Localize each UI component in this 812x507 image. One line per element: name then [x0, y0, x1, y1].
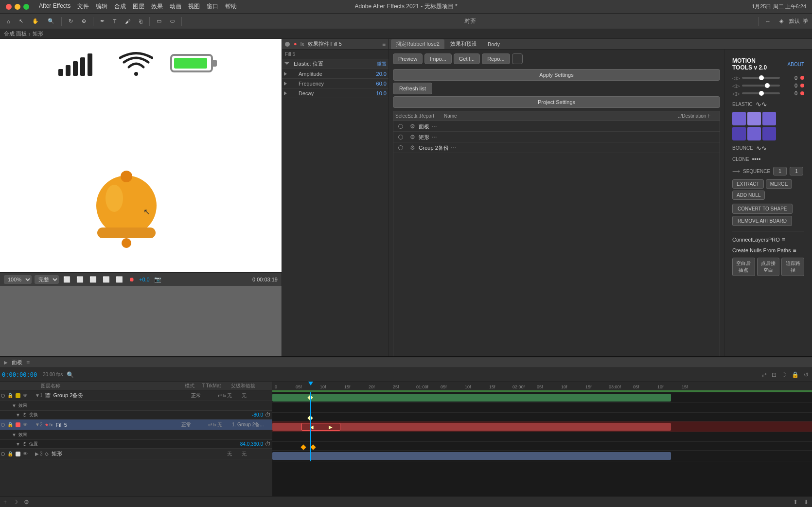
layer-1-fx[interactable]: fx — [222, 393, 227, 398]
transfer-icon[interactable]: ⇄ — [760, 371, 768, 379]
menu-help[interactable]: 帮助 — [225, 2, 237, 11]
settings-footer-icon[interactable]: ⚙ — [22, 498, 31, 506]
layer-2-solo[interactable] — [1, 423, 5, 427]
record-icon[interactable]: ⏺ — [127, 276, 136, 283]
maximize-button[interactable] — [23, 4, 29, 10]
position-clock-icon[interactable]: ⏱ — [265, 441, 271, 448]
timeline-timecode[interactable]: 0:00:00:00 — [2, 371, 41, 378]
layer-1-name[interactable]: Group 2备份 — [52, 392, 191, 399]
repo-button[interactable]: Repo... — [482, 53, 510, 64]
solo-footer-icon[interactable]: ☽ — [11, 498, 19, 506]
layer-1-solo[interactable] — [1, 394, 5, 398]
refresh-list-button[interactable]: Refresh list — [393, 83, 432, 94]
menu-effects[interactable]: 效果 — [151, 2, 163, 11]
quality-selector[interactable]: 完整 — [35, 275, 59, 284]
layer-1-visible[interactable]: 👁 — [21, 392, 29, 399]
tab-body[interactable]: Body — [483, 39, 505, 49]
menu-compose[interactable]: 合成 — [114, 2, 126, 11]
zoom-tool[interactable]: 🔍 — [45, 17, 57, 25]
slider-thumb-1[interactable] — [759, 75, 764, 80]
grid-cell-3[interactable] — [762, 112, 776, 125]
btn-dot-after-blank[interactable]: 点后接空白 — [757, 258, 780, 276]
section-expand-icon[interactable] — [284, 62, 290, 67]
radio-3[interactable] — [394, 145, 406, 150]
frequency-value[interactable]: 60.0 — [367, 81, 387, 87]
layer-3-name[interactable]: 矩形 — [50, 450, 200, 457]
default-label[interactable]: 默认 — [789, 17, 800, 25]
preview-icon1[interactable]: ⬜ — [62, 276, 72, 283]
stretch-icon[interactable]: ↔ — [762, 17, 774, 25]
layer-3-visible[interactable]: 👁 — [21, 451, 29, 457]
kf-right-arrow[interactable]: ▶ — [329, 424, 333, 430]
add-null-btn[interactable]: ADD NULL — [732, 191, 765, 200]
layer-3-color[interactable] — [16, 452, 20, 456]
layer-2-mode[interactable]: 正常 — [181, 421, 208, 428]
anchor-tool[interactable]: ⊕ — [79, 17, 89, 25]
position-value[interactable]: 84.0,360.0 — [240, 441, 263, 447]
apply-settings-button[interactable]: Apply Settings — [393, 69, 720, 81]
menu-animate[interactable]: 动画 — [170, 2, 181, 11]
slider-2[interactable] — [742, 85, 780, 87]
layer-3-lock[interactable]: 🔒 — [6, 451, 15, 457]
layer-3-expand[interactable]: ▶ — [35, 451, 40, 456]
selection-tool[interactable]: ↖ — [16, 17, 26, 25]
comp-name-1[interactable]: 面板··· — [419, 122, 719, 130]
elastic-section[interactable]: Elastic: 位置 重置 — [282, 59, 388, 69]
slider-red-dot-3[interactable] — [800, 91, 804, 95]
grid-cell-5[interactable] — [747, 127, 761, 140]
zoom-selector[interactable]: 100% — [4, 275, 32, 284]
menu-file[interactable]: 文件 — [77, 2, 89, 11]
layer-2-name[interactable]: Fill 5 — [54, 422, 181, 428]
comp-name-3[interactable]: Group 2备份··· — [419, 143, 719, 152]
layer-2-arrows[interactable]: ⇄ — [208, 422, 212, 427]
amplitude-expand[interactable] — [284, 72, 287, 76]
layer-2-color[interactable] — [16, 422, 20, 427]
timeline-panel-toggle[interactable]: ▶ — [4, 360, 8, 365]
layer-3-solo[interactable] — [1, 452, 5, 456]
expand-icon[interactable]: ⬆ — [792, 498, 799, 506]
gear-1[interactable]: ⚙ — [406, 123, 419, 130]
layer-1-color[interactable] — [16, 393, 20, 398]
preview-icon3[interactable]: ⬜ — [88, 276, 98, 283]
add-layer-icon[interactable]: + — [2, 498, 8, 506]
brush-tool[interactable]: 🖌 — [122, 17, 133, 25]
layer-2-expand[interactable]: ▼ — [35, 422, 40, 427]
shape-ellipse-tool[interactable]: ⬭ — [167, 17, 177, 25]
panel-close-btn[interactable] — [285, 42, 290, 47]
snap-icon[interactable]: ⊡ — [770, 371, 778, 379]
menu-view[interactable]: 视图 — [188, 2, 200, 11]
gear-3[interactable]: ⚙ — [406, 144, 419, 151]
grid-cell-1[interactable] — [732, 112, 746, 125]
preview-icon2[interactable]: ⬜ — [75, 276, 85, 283]
home-icon[interactable]: ⌂ — [4, 17, 13, 25]
transform-value-1[interactable]: -80.0 — [252, 412, 263, 418]
radio-1[interactable] — [394, 124, 406, 129]
offset-value-box[interactable]: 1 — [773, 167, 787, 175]
preview-icon5[interactable]: ⬜ — [114, 276, 124, 283]
decay-value[interactable]: 10.0 — [367, 90, 387, 96]
feather-icon[interactable]: ◈ — [777, 17, 786, 25]
camera-icon[interactable]: 📷 — [153, 276, 163, 283]
preview-icon4[interactable]: ⬜ — [101, 276, 111, 283]
position-expand[interactable]: ▼ — [16, 441, 20, 447]
dots-3[interactable]: ··· — [451, 143, 457, 151]
search-icon[interactable]: 🔍 — [67, 371, 74, 378]
layer-1-mode[interactable]: 正常 — [191, 392, 218, 399]
decay-expand[interactable] — [284, 91, 287, 95]
contract-icon[interactable]: ⬇ — [802, 498, 810, 506]
menu-bar[interactable]: After Effects 文件 编辑 合成 图层 效果 动画 视图 窗口 帮助 — [39, 2, 237, 11]
layer-1-lock[interactable]: 🔒 — [6, 392, 15, 399]
menu-ae[interactable]: After Effects — [39, 2, 71, 11]
menu-window[interactable]: 窗口 — [207, 2, 218, 11]
about-link[interactable]: ABOUT — [788, 62, 804, 67]
slider-thumb-2[interactable] — [765, 83, 770, 88]
slider-red-dot-1[interactable] — [800, 76, 804, 80]
reset-btn[interactable]: 重置 — [377, 61, 387, 68]
merge-btn[interactable]: MERGE — [766, 179, 793, 189]
text-tool[interactable]: T — [110, 17, 120, 25]
gear-2[interactable]: ⚙ — [406, 134, 419, 140]
step-value-box[interactable]: 1 — [790, 167, 803, 175]
menu-layer[interactable]: 图层 — [133, 2, 144, 11]
layer-2-lock[interactable]: 🔒 — [6, 421, 15, 428]
solo-icon[interactable]: ☽ — [780, 371, 788, 379]
